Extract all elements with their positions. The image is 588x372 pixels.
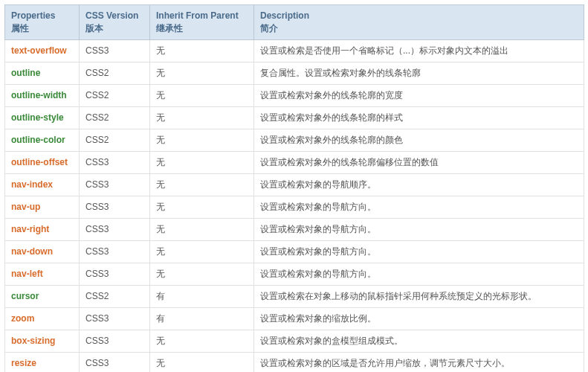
property-link[interactable]: outline xyxy=(11,68,40,78)
property-cell: outline-width xyxy=(5,84,80,106)
property-cell: nav-right xyxy=(5,218,80,240)
header-en: Properties xyxy=(11,10,55,21)
inherit-cell: 无 xyxy=(150,240,254,263)
inherit-cell: 无 xyxy=(150,173,254,196)
description-cell: 设置或检索对象外的线条轮廓的颜色 xyxy=(254,129,584,151)
header-zh: 版本 xyxy=(85,22,143,35)
inherit-cell: 无 xyxy=(150,196,254,218)
inherit-cell: 无 xyxy=(150,106,254,129)
property-cell: cursor xyxy=(5,285,80,307)
table-row: nav-indexCSS3无设置或检索对象的导航顺序。 xyxy=(5,173,584,196)
property-cell: box-sizing xyxy=(5,330,80,352)
header-properties: Properties 属性 xyxy=(5,5,80,40)
property-link[interactable]: outline-style xyxy=(11,112,64,123)
header-version: CSS Version 版本 xyxy=(80,5,150,40)
table-row: cursorCSS2有设置或检索在对象上移动的鼠标指针采用何种系统预定义的光标形… xyxy=(5,285,584,307)
inherit-cell: 无 xyxy=(150,39,254,62)
table-row: outlineCSS2无复合属性。设置或检索对象外的线条轮廓 xyxy=(5,62,584,84)
description-cell: 设置或检索对象的导航方向。 xyxy=(254,218,584,240)
table-row: outline-styleCSS2无设置或检索对象外的线条轮廓的样式 xyxy=(5,106,584,129)
table-row: box-sizingCSS3无设置或检索对象的盒模型组成模式。 xyxy=(5,330,584,352)
version-cell: CSS3 xyxy=(80,218,150,240)
inherit-cell: 无 xyxy=(150,129,254,151)
description-cell: 设置或检索对象的导航顺序。 xyxy=(254,173,584,196)
header-zh: 继承性 xyxy=(156,22,248,35)
inherit-cell: 有 xyxy=(150,285,254,307)
description-cell: 设置或检索对象的盒模型组成模式。 xyxy=(254,330,584,352)
property-link[interactable]: outline-color xyxy=(11,135,65,145)
version-cell: CSS2 xyxy=(80,84,150,106)
version-cell: CSS3 xyxy=(80,173,150,196)
table-row: zoomCSS3有设置或检索对象的缩放比例。 xyxy=(5,307,584,330)
property-link[interactable]: nav-index xyxy=(11,179,53,190)
description-cell: 设置或检索在对象上移动的鼠标指针采用何种系统预定义的光标形状。 xyxy=(254,285,584,307)
inherit-cell: 无 xyxy=(150,352,254,372)
version-cell: CSS2 xyxy=(80,285,150,307)
inherit-cell: 无 xyxy=(150,151,254,173)
header-description: Description 简介 xyxy=(254,5,584,40)
property-cell: zoom xyxy=(5,307,80,330)
table-row: nav-leftCSS3无设置或检索对象的导航方向。 xyxy=(5,263,584,285)
header-en: Description xyxy=(260,10,309,21)
property-cell: text-overflow xyxy=(5,39,80,62)
inherit-cell: 无 xyxy=(150,84,254,106)
property-cell: nav-down xyxy=(5,240,80,263)
inherit-cell: 无 xyxy=(150,330,254,352)
property-cell: nav-index xyxy=(5,173,80,196)
description-cell: 设置或检索对象的缩放比例。 xyxy=(254,307,584,330)
version-cell: CSS2 xyxy=(80,62,150,84)
table-row: nav-upCSS3无设置或检索对象的导航方向。 xyxy=(5,196,584,218)
property-cell: outline-color xyxy=(5,129,80,151)
property-cell: outline-style xyxy=(5,106,80,129)
version-cell: CSS3 xyxy=(80,240,150,263)
property-link[interactable]: resize xyxy=(11,358,36,368)
header-zh: 属性 xyxy=(11,22,73,35)
table-row: nav-rightCSS3无设置或检索对象的导航方向。 xyxy=(5,218,584,240)
property-link[interactable]: zoom xyxy=(11,313,34,324)
property-link[interactable]: nav-left xyxy=(11,269,43,279)
property-link[interactable]: outline-offset xyxy=(11,157,68,167)
table-row: outline-colorCSS2无设置或检索对象外的线条轮廓的颜色 xyxy=(5,129,584,151)
table-row: nav-downCSS3无设置或检索对象的导航方向。 xyxy=(5,240,584,263)
version-cell: CSS2 xyxy=(80,106,150,129)
property-link[interactable]: nav-up xyxy=(11,202,40,212)
property-link[interactable]: cursor xyxy=(11,291,39,301)
version-cell: CSS2 xyxy=(80,129,150,151)
table-row: resizeCSS3无设置或检索对象的区域是否允许用户缩放，调节元素尺寸大小。 xyxy=(5,352,584,372)
version-cell: CSS3 xyxy=(80,307,150,330)
table-row: outline-widthCSS2无设置或检索对象外的线条轮廓的宽度 xyxy=(5,84,584,106)
description-cell: 设置或检索是否使用一个省略标记（...）标示对象内文本的溢出 xyxy=(254,39,584,62)
description-cell: 设置或检索对象外的线条轮廓的宽度 xyxy=(254,84,584,106)
property-link[interactable]: outline-width xyxy=(11,90,67,100)
inherit-cell: 无 xyxy=(150,218,254,240)
property-link[interactable]: box-sizing xyxy=(11,336,55,346)
property-cell: outline xyxy=(5,62,80,84)
css-properties-table: Properties 属性 CSS Version 版本 Inherit Fro… xyxy=(4,4,584,372)
description-cell: 设置或检索对象外的线条轮廓偏移位置的数值 xyxy=(254,151,584,173)
header-row: Properties 属性 CSS Version 版本 Inherit Fro… xyxy=(5,5,584,40)
version-cell: CSS3 xyxy=(80,151,150,173)
property-cell: nav-up xyxy=(5,196,80,218)
version-cell: CSS3 xyxy=(80,352,150,372)
inherit-cell: 无 xyxy=(150,263,254,285)
property-link[interactable]: nav-right xyxy=(11,224,49,234)
version-cell: CSS3 xyxy=(80,39,150,62)
property-link[interactable]: text-overflow xyxy=(11,45,67,56)
header-en: CSS Version xyxy=(85,10,138,21)
version-cell: CSS3 xyxy=(80,330,150,352)
table-row: outline-offsetCSS3无设置或检索对象外的线条轮廓偏移位置的数值 xyxy=(5,151,584,173)
version-cell: CSS3 xyxy=(80,263,150,285)
header-zh: 简介 xyxy=(260,22,578,35)
property-cell: nav-left xyxy=(5,263,80,285)
inherit-cell: 有 xyxy=(150,307,254,330)
property-link[interactable]: nav-down xyxy=(11,246,53,257)
description-cell: 设置或检索对象外的线条轮廓的样式 xyxy=(254,106,584,129)
description-cell: 复合属性。设置或检索对象外的线条轮廓 xyxy=(254,62,584,84)
description-cell: 设置或检索对象的导航方向。 xyxy=(254,240,584,263)
description-cell: 设置或检索对象的导航方向。 xyxy=(254,196,584,218)
property-cell: outline-offset xyxy=(5,151,80,173)
description-cell: 设置或检索对象的导航方向。 xyxy=(254,263,584,285)
description-cell: 设置或检索对象的区域是否允许用户缩放，调节元素尺寸大小。 xyxy=(254,352,584,372)
property-cell: resize xyxy=(5,352,80,372)
table-row: text-overflowCSS3无设置或检索是否使用一个省略标记（...）标示… xyxy=(5,39,584,62)
